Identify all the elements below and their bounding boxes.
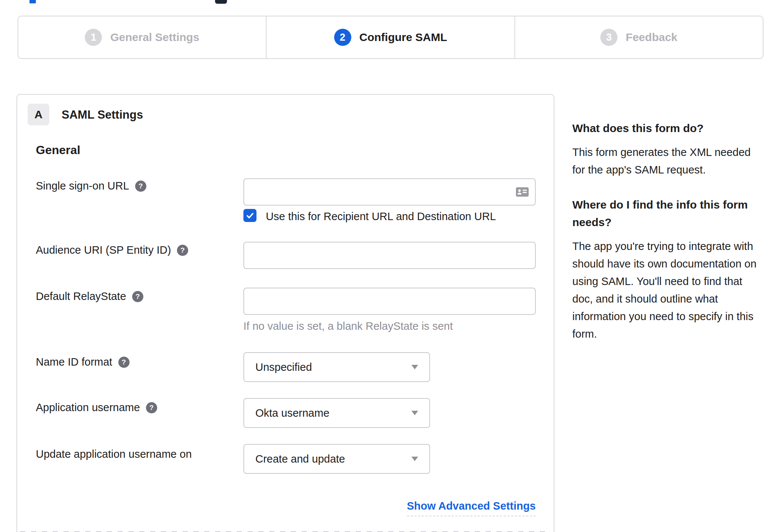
sso-url-label: Single sign-on URL	[36, 180, 129, 192]
help-icon[interactable]: ?	[135, 181, 146, 192]
relay-state-hint: If no value is set, a blank RelayState i…	[243, 320, 453, 332]
dropdown-caret-icon	[411, 365, 418, 369]
app-username-value: Okta username	[255, 407, 329, 419]
checkbox-check-icon	[245, 211, 255, 220]
app-username-label-row: Application username ?	[36, 401, 157, 414]
show-advanced-settings-link[interactable]: Show Advanced Settings	[407, 500, 536, 516]
update-app-username-label-row: Update application username on	[36, 448, 192, 460]
step-2-label: Configure SAML	[360, 31, 447, 44]
general-section-heading: General	[36, 143, 80, 157]
recipient-url-checkbox[interactable]	[243, 209, 256, 222]
header-fragment-dark	[215, 0, 227, 4]
relay-state-input[interactable]	[243, 288, 536, 315]
wizard-stepper: 1 General Settings 2 Configure SAML 3 Fe…	[18, 16, 763, 59]
step-3-label: Feedback	[626, 31, 677, 44]
dropdown-caret-icon	[411, 457, 418, 461]
relay-state-label: Default RelayState	[36, 290, 126, 303]
name-id-format-label-row: Name ID format ?	[36, 356, 130, 368]
name-id-format-label: Name ID format	[36, 356, 112, 368]
help-sidebar: What does this form do? This form genera…	[572, 119, 761, 360]
step-configure-saml[interactable]: 2 Configure SAML	[266, 16, 514, 58]
step-3-circle: 3	[600, 29, 617, 46]
audience-uri-input[interactable]	[243, 242, 536, 269]
help-icon[interactable]: ?	[146, 402, 157, 413]
app-username-label: Application username	[36, 401, 140, 414]
sidebar-answer-1: This form generates the XML needed for t…	[572, 144, 761, 179]
step-feedback[interactable]: 3 Feedback	[514, 16, 763, 58]
help-icon[interactable]: ?	[118, 357, 130, 368]
step-2-circle: 2	[334, 29, 351, 46]
step-1-circle: 1	[85, 29, 102, 46]
help-icon[interactable]: ?	[177, 245, 188, 256]
sidebar-question-1: What does this form do?	[572, 119, 761, 137]
step-1-label: General Settings	[110, 31, 199, 44]
relay-state-label-row: Default RelayState ?	[36, 290, 143, 303]
header-fragment-blue	[29, 0, 36, 3]
contact-card-icon[interactable]	[516, 187, 529, 197]
section-badge: A	[28, 104, 49, 125]
dropdown-caret-icon	[411, 411, 418, 415]
recipient-url-checkbox-label: Use this for Recipient URL and Destinati…	[266, 210, 496, 223]
help-icon[interactable]: ?	[132, 291, 143, 302]
sso-url-label-row: Single sign-on URL ?	[36, 180, 146, 192]
sso-url-input[interactable]	[243, 178, 536, 206]
step-general-settings[interactable]: 1 General Settings	[18, 16, 266, 58]
sidebar-answer-2: The app you're trying to integrate with …	[572, 238, 761, 343]
panel-title: SAML Settings	[62, 108, 143, 122]
sidebar-question-2: Where do I find the info this form needs…	[572, 196, 761, 231]
audience-uri-label-row: Audience URI (SP Entity ID) ?	[36, 244, 188, 256]
name-id-format-select[interactable]: Unspecified	[243, 352, 430, 382]
saml-settings-panel: A SAML Settings General Single sign-on U…	[16, 94, 554, 532]
update-app-username-label: Update application username on	[36, 448, 192, 460]
update-app-username-value: Create and update	[255, 453, 345, 465]
name-id-format-value: Unspecified	[255, 361, 312, 373]
audience-uri-label: Audience URI (SP Entity ID)	[36, 244, 171, 256]
app-username-select[interactable]: Okta username	[243, 398, 430, 428]
update-app-username-select[interactable]: Create and update	[243, 444, 430, 474]
